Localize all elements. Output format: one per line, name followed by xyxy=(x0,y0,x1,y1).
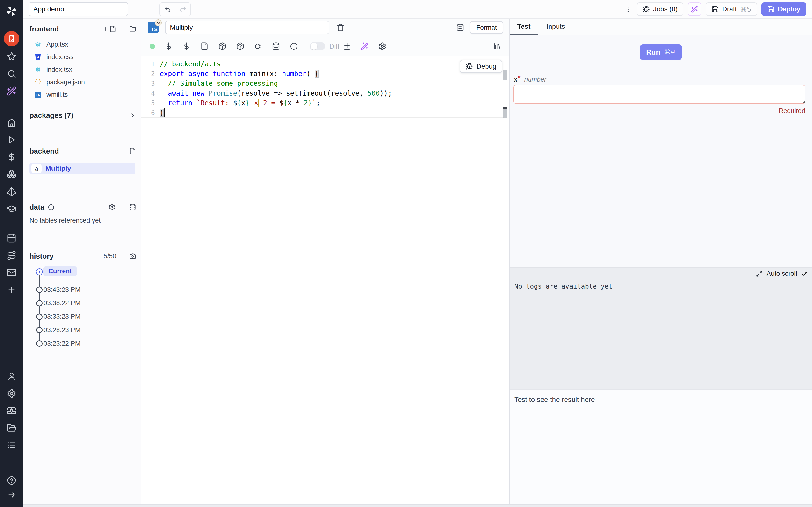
resources-boxes-icon[interactable] xyxy=(7,169,16,179)
home-icon[interactable] xyxy=(7,118,16,127)
backend-script-multiply[interactable]: a Multiply xyxy=(30,163,135,174)
code-line[interactable]: 6} xyxy=(141,108,502,118)
info-icon[interactable] xyxy=(48,204,54,211)
code-line[interactable]: 5 return `Result: ${x} × 2 = ${x * 2}`; xyxy=(141,98,502,108)
add-folder-button[interactable] xyxy=(122,25,136,32)
add-plus-icon[interactable] xyxy=(7,285,16,295)
script-name-input[interactable] xyxy=(165,21,329,34)
ai-wand-icon[interactable] xyxy=(7,86,16,96)
history-timestamp[interactable]: 03:23:22 PM xyxy=(44,339,81,348)
camera-icon xyxy=(129,253,136,260)
settings-gear-icon[interactable] xyxy=(7,389,16,398)
ai-assistant-button[interactable] xyxy=(688,2,701,16)
diff-toggle[interactable] xyxy=(310,42,325,50)
test-panel-tabs: Test Inputs xyxy=(510,18,812,35)
history-point-circle[interactable] xyxy=(36,340,43,347)
history-current[interactable]: Current xyxy=(44,266,77,276)
add-file-button[interactable] xyxy=(103,25,116,32)
editor-toolbar: Diff xyxy=(141,37,509,56)
pyramid-icon[interactable] xyxy=(7,187,16,196)
assets-database-button[interactable] xyxy=(456,24,464,32)
x-number-input[interactable] xyxy=(513,85,805,104)
database-icon[interactable] xyxy=(272,42,280,50)
flows-route-icon[interactable] xyxy=(7,250,16,260)
history-timestamp[interactable]: 03:38:22 PM xyxy=(44,298,81,308)
more-menu-icon[interactable] xyxy=(624,2,632,16)
windmill-logo-icon[interactable] xyxy=(5,5,18,17)
run-button[interactable]: Run ⌘↵ xyxy=(640,44,682,60)
file-item[interactable]: TSwmill.ts xyxy=(30,89,136,101)
history-timestamp[interactable]: 03:43:23 PM xyxy=(44,285,81,294)
history-timestamp[interactable]: 03:33:23 PM xyxy=(44,312,81,322)
bottom-scrollbar-track[interactable] xyxy=(23,504,812,507)
add-snapshot-button[interactable] xyxy=(122,253,136,260)
debug-button[interactable]: Debug xyxy=(460,60,502,73)
scrollbar-handle[interactable] xyxy=(503,69,507,80)
line-number: 3 xyxy=(141,79,155,89)
draft-button[interactable]: Draft ⌘S xyxy=(706,2,757,16)
code-line[interactable]: 2export async function main(x: number) { xyxy=(141,69,502,79)
content-file-icon[interactable] xyxy=(200,42,209,50)
expand-rail-arrow-icon[interactable] xyxy=(7,490,16,500)
history-point-circle[interactable] xyxy=(36,300,43,306)
tab-test[interactable]: Test xyxy=(517,23,531,31)
data-settings-button[interactable] xyxy=(108,204,115,211)
code-editor-panel: TS Format Diff xyxy=(141,18,510,505)
schedules-calendar-icon[interactable] xyxy=(7,233,16,243)
code-line[interactable]: 1// backend/a.ts xyxy=(141,59,502,69)
add-script-button[interactable] xyxy=(122,148,136,155)
diff-plusminus-icon[interactable] xyxy=(343,42,351,50)
packages-row[interactable]: packages (7) xyxy=(30,110,136,121)
tab-inputs[interactable]: Inputs xyxy=(547,23,565,31)
diff-label: Diff xyxy=(329,43,340,50)
history-point-circle[interactable] xyxy=(36,287,43,293)
history-point-circle[interactable] xyxy=(36,327,43,333)
refresh-icon[interactable] xyxy=(290,42,298,50)
code-line-content: await new Promise(resolve => setTimeout(… xyxy=(160,89,392,98)
variables-dollar-icon[interactable] xyxy=(183,42,191,50)
search-icon[interactable] xyxy=(7,69,16,79)
editor-settings-gear-icon[interactable] xyxy=(378,42,387,50)
favorites-star-icon[interactable] xyxy=(7,52,16,61)
path-dollar-icon[interactable] xyxy=(164,42,173,50)
runs-play-icon[interactable] xyxy=(7,135,16,145)
jobs-button[interactable]: Jobs (0) xyxy=(637,2,683,16)
monaco-code-area[interactable]: 1// backend/a.ts2export async function m… xyxy=(141,56,509,503)
help-icon[interactable] xyxy=(7,475,16,485)
add-table-button[interactable] xyxy=(122,204,136,211)
package-icon[interactable] xyxy=(236,42,244,50)
file-item[interactable]: index.tsx xyxy=(30,63,136,76)
file-item[interactable]: 3index.css xyxy=(30,51,136,63)
workers-icon[interactable] xyxy=(7,406,16,415)
test-panel: Test Inputs Run ⌘↵ x * number Required A… xyxy=(510,18,812,505)
redo-button[interactable] xyxy=(175,3,191,16)
variables-dollar-icon[interactable] xyxy=(7,152,16,162)
library-icon[interactable] xyxy=(493,42,501,50)
history-title: history xyxy=(30,252,54,260)
app-name-input[interactable] xyxy=(29,2,128,16)
ai-wand-icon[interactable] xyxy=(360,42,368,50)
undo-button[interactable] xyxy=(160,3,175,16)
key-icon[interactable] xyxy=(254,42,262,50)
history-timestamp[interactable]: 03:28:23 PM xyxy=(44,325,81,335)
delete-script-button[interactable] xyxy=(337,24,344,32)
bug-icon xyxy=(466,63,473,70)
expand-logs-icon[interactable] xyxy=(756,270,763,277)
audit-list-icon[interactable] xyxy=(7,440,16,450)
scrollbar-handle[interactable] xyxy=(503,109,507,118)
ts-icon: TS xyxy=(34,91,42,98)
learn-graduation-icon[interactable] xyxy=(7,204,16,214)
triggers-mail-icon[interactable] xyxy=(7,268,16,277)
deploy-button[interactable]: Deploy xyxy=(761,2,806,16)
format-button[interactable]: Format xyxy=(470,21,503,34)
workspace-icon[interactable] xyxy=(4,31,19,46)
code-line[interactable]: 4 await new Promise(resolve => setTimeou… xyxy=(141,89,502,98)
history-point-circle[interactable] xyxy=(36,314,43,320)
file-item[interactable]: App.tsx xyxy=(30,38,136,51)
folders-icon[interactable] xyxy=(7,423,16,433)
autoscroll-checkbox-checked-icon[interactable] xyxy=(801,270,808,277)
package-icon[interactable] xyxy=(218,42,226,50)
file-item[interactable]: package.json xyxy=(30,76,136,89)
code-line[interactable]: 3 // Simulate some processing xyxy=(141,79,502,89)
user-icon[interactable] xyxy=(7,372,16,381)
